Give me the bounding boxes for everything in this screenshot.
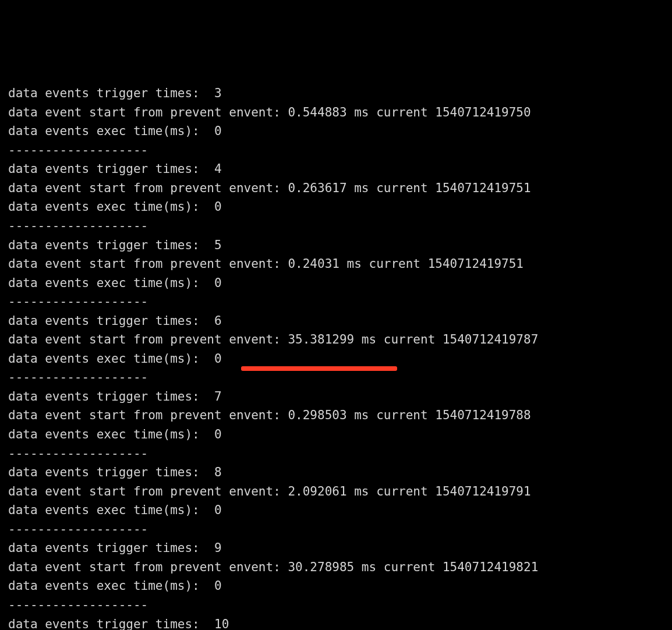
exec-line: data events exec time(ms): 0 (8, 197, 664, 217)
start-line: data event start from prevent envent: 0.… (8, 103, 664, 122)
exec-line: data events exec time(ms): 0 (8, 425, 664, 444)
highlight-underline-icon (241, 366, 397, 371)
trigger-line: data events trigger times: 7 (8, 387, 664, 406)
exec-line: data events exec time(ms): 0 (8, 349, 664, 369)
start-line: data event start from prevent envent: 2.… (8, 482, 664, 501)
separator: ------------------- (8, 596, 664, 615)
exec-line: data events exec time(ms): 0 (8, 501, 664, 520)
terminal-output: data events trigger times: 3data event s… (8, 84, 664, 630)
start-line: data event start from prevent envent: 0.… (8, 254, 664, 274)
exec-line: data events exec time(ms): 0 (8, 576, 664, 596)
trigger-line: data events trigger times: 6 (8, 312, 664, 331)
trigger-line: data events trigger times: 3 (8, 84, 664, 103)
start-line: data event start from prevent envent: 35… (8, 330, 664, 349)
trigger-line: data events trigger times: 10 (8, 615, 664, 631)
separator: ------------------- (8, 368, 664, 387)
trigger-line: data events trigger times: 8 (8, 463, 664, 482)
trigger-line: data events trigger times: 5 (8, 236, 664, 255)
separator: ------------------- (8, 444, 664, 463)
exec-line: data events exec time(ms): 0 (8, 122, 664, 141)
trigger-line: data events trigger times: 9 (8, 539, 664, 558)
start-line: data event start from prevent envent: 0.… (8, 179, 664, 198)
separator: ------------------- (8, 141, 664, 160)
separator: ------------------- (8, 520, 664, 539)
separator: ------------------- (8, 292, 664, 312)
start-line: data event start from prevent envent: 30… (8, 558, 664, 577)
start-line: data event start from prevent envent: 0.… (8, 406, 664, 425)
separator: ------------------- (8, 217, 664, 236)
trigger-line: data events trigger times: 4 (8, 160, 664, 179)
exec-line: data events exec time(ms): 0 (8, 274, 664, 293)
